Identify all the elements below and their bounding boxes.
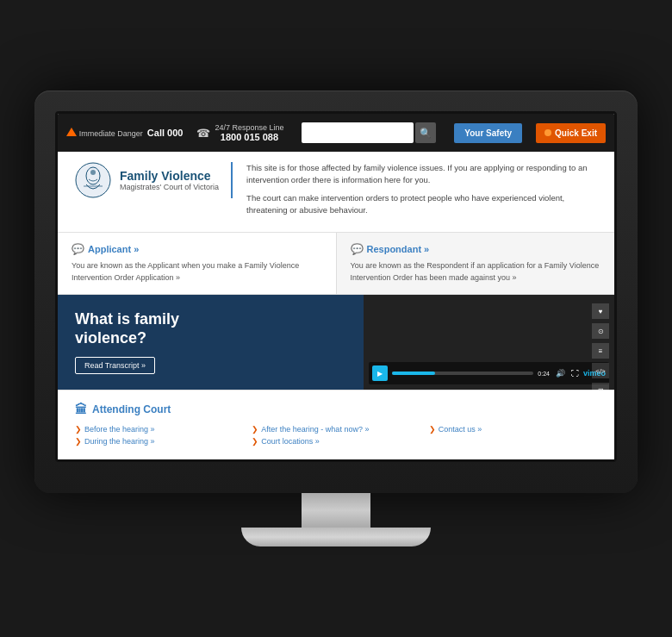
respondant-card-text: You are known as the Respondent if an ap…: [351, 260, 601, 284]
site-subtitle: Magistrates' Court of Victoria: [120, 183, 219, 191]
video-heading-line2: violence?: [75, 329, 146, 347]
response-number: 1800 015 088: [215, 132, 283, 142]
response-label: 24/7 Response Line: [215, 123, 283, 132]
site-main-title: Family Violence: [120, 169, 219, 183]
applicant-card-text: You are known as the Applicant when you …: [72, 260, 322, 284]
quick-exit-button[interactable]: Quick Exit: [536, 123, 606, 143]
your-safety-button[interactable]: Your Safety: [454, 123, 522, 143]
link-contact-us[interactable]: ❯ Contact us »: [429, 425, 597, 434]
link-before-hearing-text: Before the hearing »: [84, 425, 155, 434]
play-button[interactable]: ▶: [372, 365, 388, 381]
call-number: Call 000: [147, 128, 184, 138]
search-button[interactable]: 🔍: [415, 122, 436, 143]
description-para-1: This site is for those affected by famil…: [246, 162, 597, 187]
link-during-hearing[interactable]: ❯ During the hearing »: [75, 437, 243, 446]
read-transcript-button[interactable]: Read Transcript »: [75, 357, 155, 374]
respondant-title-text: Respondant »: [367, 244, 430, 254]
header-description: This site is for those affected by famil…: [243, 162, 597, 222]
embed-icon[interactable]: </>: [592, 363, 609, 378]
attending-title-text: Attending Court: [92, 403, 171, 415]
attending-links-grid: ❯ Before the hearing » ❯ After the heari…: [75, 425, 597, 446]
building-icon: 🏛: [75, 403, 87, 416]
eye-icon[interactable]: ⊙: [592, 323, 609, 339]
video-controls-bar: ▶ 0:24 🔊 ⛶ vimeo: [369, 362, 609, 384]
video-section: What is family violence? Read Transcript…: [58, 295, 614, 390]
header-logo: Family Violence Magistrates' Court of Vi…: [75, 162, 233, 198]
chevron-icon: ❯: [75, 425, 82, 434]
video-progress-bar[interactable]: [392, 372, 533, 375]
like-icon[interactable]: ♥: [592, 303, 609, 319]
respondant-card[interactable]: 💬 Respondant » You are known as the Resp…: [337, 233, 615, 294]
link-after-hearing-text: After the hearing - what now? »: [261, 425, 369, 434]
video-progress-fill: [392, 372, 434, 375]
video-right-panel: ♥ ⊙ ≡ </> ⊞ ▶ 0:24 🔊 ⛶ vimeo: [364, 295, 614, 390]
cards-row: 💬 Applicant » You are known as the Appli…: [58, 233, 614, 295]
video-sidebar-icons: ♥ ⊙ ≡ </> ⊞: [592, 303, 609, 398]
share-icon[interactable]: ⊞: [592, 383, 609, 398]
exit-dot-icon: [544, 129, 551, 136]
chevron-icon-2: ❯: [252, 425, 258, 434]
video-left-panel: What is family violence? Read Transcript…: [58, 295, 364, 390]
svg-point-0: [76, 163, 110, 197]
monitor: Immediate Danger Call 000 ☎ 24/7 Respons…: [34, 91, 638, 546]
link-during-hearing-text: During the hearing »: [84, 437, 155, 446]
monitor-stand-neck: [302, 493, 370, 528]
response-info: ☎ 24/7 Response Line 1800 015 088: [196, 123, 283, 142]
monitor-screen: Immediate Danger Call 000 ☎ 24/7 Respons…: [55, 111, 617, 462]
list-icon[interactable]: ≡: [592, 343, 609, 359]
video-heading: What is family violence?: [75, 310, 346, 347]
applicant-card-title: 💬 Applicant »: [72, 243, 322, 255]
video-heading-line1: What is family: [75, 310, 179, 328]
respondant-card-title: 💬 Respondant »: [351, 243, 601, 255]
svg-point-2: [90, 170, 96, 175]
site-header: Family Violence Magistrates' Court of Vi…: [58, 152, 614, 233]
comment2-icon: 💬: [351, 243, 364, 255]
chevron-icon-4: ❯: [75, 437, 82, 446]
description-para-2: The court can make intervention orders t…: [246, 192, 597, 217]
fullscreen-icon[interactable]: ⛶: [571, 369, 579, 378]
applicant-title-text: Applicant »: [88, 244, 139, 254]
monitor-bezel: Immediate Danger Call 000 ☎ 24/7 Respons…: [34, 91, 638, 493]
link-after-hearing[interactable]: ❯ After the hearing - what now? »: [252, 425, 420, 434]
link-court-locations-text: Court locations »: [261, 437, 320, 446]
phone-icon: ☎: [196, 127, 210, 140]
attending-title: 🏛 Attending Court: [75, 403, 597, 416]
volume-icon[interactable]: 🔊: [556, 369, 565, 378]
applicant-card[interactable]: 💬 Applicant » You are known as the Appli…: [58, 233, 337, 294]
chevron-icon-3: ❯: [429, 425, 436, 434]
search-area: 🔍: [297, 122, 440, 143]
chevron-icon-5: ❯: [252, 437, 258, 446]
danger-info: Immediate Danger Call 000: [66, 128, 183, 138]
site-title-block: Family Violence Magistrates' Court of Vi…: [120, 169, 219, 191]
coat-of-arms-icon: [75, 162, 111, 198]
attending-court-section: 🏛 Attending Court ❯ Before the hearing »…: [58, 390, 614, 459]
comment-icon: 💬: [72, 243, 84, 255]
warning-icon: [66, 128, 77, 136]
monitor-stand-base: [241, 528, 431, 546]
search-input[interactable]: [302, 122, 414, 143]
danger-label: Immediate Danger: [79, 129, 143, 138]
top-navigation: Immediate Danger Call 000 ☎ 24/7 Respons…: [58, 114, 614, 152]
link-court-locations[interactable]: ❯ Court locations »: [252, 437, 420, 446]
video-time: 0:24: [538, 371, 550, 377]
quick-exit-label: Quick Exit: [555, 128, 597, 138]
link-before-hearing[interactable]: ❯ Before the hearing »: [75, 425, 243, 434]
link-contact-us-text: Contact us »: [439, 425, 482, 434]
